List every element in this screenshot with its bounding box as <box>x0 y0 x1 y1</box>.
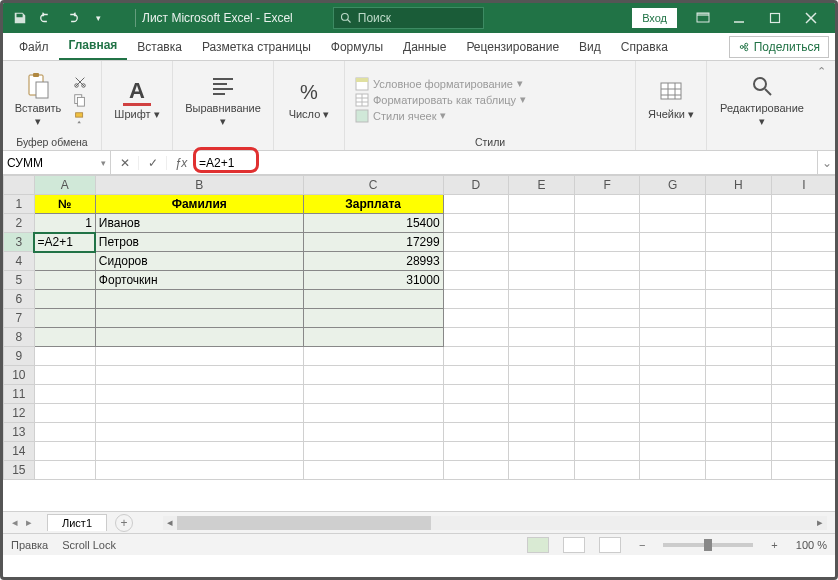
cell[interactable]: Сидоров <box>95 252 303 271</box>
tab-home[interactable]: Главная <box>59 32 128 60</box>
tab-view[interactable]: Вид <box>569 34 611 60</box>
cell[interactable] <box>509 442 575 461</box>
row-header[interactable]: 14 <box>4 442 35 461</box>
cell[interactable] <box>303 328 443 347</box>
row-header[interactable]: 15 <box>4 461 35 480</box>
minimize-icon[interactable] <box>721 4 757 32</box>
undo-icon[interactable] <box>35 7 57 29</box>
cell[interactable] <box>443 404 509 423</box>
col-header[interactable]: H <box>706 176 772 195</box>
zoom-in-icon[interactable]: + <box>767 539 781 551</box>
cell[interactable] <box>574 309 640 328</box>
cell[interactable]: № <box>34 195 95 214</box>
row-header[interactable]: 7 <box>4 309 35 328</box>
cell[interactable] <box>706 214 772 233</box>
cell[interactable] <box>771 271 835 290</box>
cell[interactable] <box>34 404 95 423</box>
cell[interactable] <box>443 233 509 252</box>
cell[interactable] <box>706 442 772 461</box>
horizontal-scrollbar[interactable]: ◂ ▸ <box>163 516 827 530</box>
cell[interactable] <box>443 442 509 461</box>
col-header[interactable]: G <box>640 176 706 195</box>
scroll-left-icon[interactable]: ◂ <box>163 516 177 530</box>
chevron-down-icon[interactable]: ▾ <box>101 158 106 168</box>
cell[interactable] <box>640 385 706 404</box>
save-icon[interactable] <box>9 7 31 29</box>
cell[interactable] <box>303 290 443 309</box>
cell[interactable] <box>640 347 706 366</box>
cell[interactable] <box>574 252 640 271</box>
cell[interactable] <box>574 347 640 366</box>
worksheet-grid[interactable]: A B C D E F G H I J 1 № Фамилия Зарплата <box>3 175 835 511</box>
cell[interactable] <box>34 423 95 442</box>
cell[interactable] <box>443 271 509 290</box>
cell[interactable] <box>706 366 772 385</box>
cell[interactable] <box>303 404 443 423</box>
col-header[interactable]: A <box>34 176 95 195</box>
cell[interactable] <box>771 423 835 442</box>
cell[interactable] <box>95 328 303 347</box>
close-icon[interactable] <box>793 4 829 32</box>
cell[interactable]: 15400 <box>303 214 443 233</box>
cell[interactable] <box>303 309 443 328</box>
cell[interactable] <box>443 461 509 480</box>
cell[interactable] <box>771 233 835 252</box>
cell[interactable] <box>443 252 509 271</box>
maximize-icon[interactable] <box>757 4 793 32</box>
number-dropdown[interactable]: % Число ▾ <box>284 78 334 120</box>
col-header[interactable]: C <box>303 176 443 195</box>
cell[interactable] <box>34 252 95 271</box>
cell[interactable] <box>706 195 772 214</box>
cell[interactable] <box>574 195 640 214</box>
cell[interactable] <box>640 290 706 309</box>
cell[interactable]: Фамилия <box>95 195 303 214</box>
col-header[interactable]: E <box>509 176 575 195</box>
cell[interactable] <box>34 366 95 385</box>
cell[interactable] <box>303 385 443 404</box>
cell[interactable] <box>771 366 835 385</box>
cell[interactable] <box>640 404 706 423</box>
row-header[interactable]: 8 <box>4 328 35 347</box>
cell[interactable] <box>706 328 772 347</box>
tab-formulas[interactable]: Формулы <box>321 34 393 60</box>
row-header[interactable]: 9 <box>4 347 35 366</box>
paste-button[interactable]: Вставить ▾ <box>13 72 63 126</box>
tab-help[interactable]: Справка <box>611 34 678 60</box>
fx-icon[interactable]: ƒx <box>167 156 195 170</box>
cell[interactable] <box>771 252 835 271</box>
cell[interactable] <box>303 347 443 366</box>
cell[interactable] <box>303 442 443 461</box>
cell[interactable] <box>509 366 575 385</box>
row-header[interactable]: 5 <box>4 271 35 290</box>
cells-dropdown[interactable]: Ячейки ▾ <box>646 78 696 120</box>
add-sheet-icon[interactable]: + <box>115 514 133 532</box>
cell[interactable] <box>574 214 640 233</box>
cell[interactable] <box>95 309 303 328</box>
cell[interactable] <box>95 442 303 461</box>
cancel-formula-icon[interactable]: ✕ <box>111 156 139 170</box>
cell[interactable] <box>443 347 509 366</box>
cell[interactable] <box>509 290 575 309</box>
col-header[interactable]: I <box>771 176 835 195</box>
zoom-slider[interactable] <box>663 543 753 547</box>
scroll-right-icon[interactable]: ▸ <box>813 516 827 530</box>
tab-review[interactable]: Рецензирование <box>456 34 569 60</box>
cell[interactable] <box>509 461 575 480</box>
search-input[interactable]: Поиск <box>333 7 485 29</box>
cell[interactable] <box>443 195 509 214</box>
cell[interactable] <box>509 252 575 271</box>
cell[interactable] <box>771 309 835 328</box>
tab-insert[interactable]: Вставка <box>127 34 192 60</box>
cell[interactable] <box>706 252 772 271</box>
cell[interactable] <box>771 347 835 366</box>
cell[interactable] <box>706 347 772 366</box>
cell[interactable] <box>509 271 575 290</box>
cell[interactable] <box>509 328 575 347</box>
cell[interactable] <box>574 271 640 290</box>
zoom-out-icon[interactable]: − <box>635 539 649 551</box>
name-box[interactable]: ▾ <box>3 151 111 174</box>
row-header[interactable]: 10 <box>4 366 35 385</box>
alignment-dropdown[interactable]: Выравнивание ▾ <box>183 72 263 126</box>
formula-input[interactable] <box>199 156 817 170</box>
cell[interactable] <box>509 347 575 366</box>
